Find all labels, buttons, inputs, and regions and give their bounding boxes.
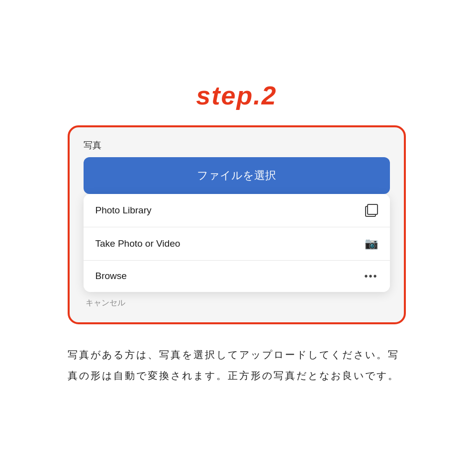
file-menu: Photo Library Take Photo or Video Browse… <box>84 194 390 292</box>
browse-label: Browse <box>95 271 127 282</box>
cancel-label: キャンセル <box>84 296 390 308</box>
take-photo-label: Take Photo or Video <box>95 238 181 249</box>
photo-label: 写真 <box>84 139 390 151</box>
menu-item-browse[interactable]: Browse ••• <box>84 261 390 292</box>
library-icon <box>365 204 378 217</box>
page-container: step.2 写真 ファイルを選択 Photo Library Take Pho… <box>23 66 451 411</box>
menu-item-take-photo[interactable]: Take Photo or Video <box>84 227 390 261</box>
menu-item-photo-library[interactable]: Photo Library <box>84 194 390 227</box>
file-select-wrapper: ファイルを選択 Photo Library Take Photo or Vide… <box>84 157 390 292</box>
description-text: 写真がある方は、写真を選択してアップロードしてください。写真の形は自動で変換され… <box>68 344 406 386</box>
step-title: step.2 <box>196 81 277 110</box>
phone-mockup: 写真 ファイルを選択 Photo Library Take Photo or V… <box>68 125 406 324</box>
dots-icon: ••• <box>364 271 378 282</box>
photo-library-label: Photo Library <box>95 205 152 216</box>
file-select-button[interactable]: ファイルを選択 <box>84 157 390 194</box>
camera-icon <box>365 237 378 250</box>
